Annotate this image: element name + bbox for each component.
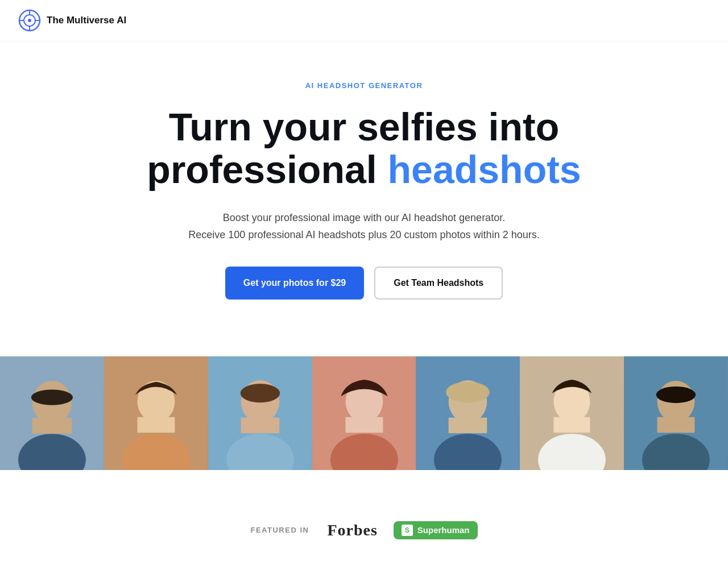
headshot-svg-4 [312, 356, 416, 470]
hero-title: Turn your selfies into professional head… [131, 106, 597, 191]
svg-point-38 [656, 386, 696, 403]
svg-rect-15 [137, 417, 175, 433]
svg-rect-19 [241, 418, 279, 433]
get-photos-button[interactable]: Get your photos for $29 [225, 267, 364, 300]
hero-subtitle: Boost your professional image with our A… [131, 209, 597, 244]
logo-icon [18, 9, 41, 32]
headshot-svg-2 [104, 356, 208, 470]
headshot-svg-6 [520, 356, 624, 470]
gallery-item [104, 356, 208, 470]
headshot-photo-3 [208, 356, 312, 470]
superhuman-badge: S Superhuman [394, 521, 478, 539]
featured-logos: Forbes S Superhuman [327, 521, 477, 539]
hero-title-line2: professional [147, 148, 387, 191]
superhuman-label: Superhuman [417, 525, 470, 535]
get-team-headshots-button[interactable]: Get Team Headshots [374, 267, 503, 300]
hero-subtitle-line2: Receive 100 professional AI headshots pl… [188, 229, 539, 240]
logo[interactable]: The Multiverse AI [18, 9, 126, 32]
svg-rect-10 [32, 418, 72, 434]
hero-title-highlight: headshots [388, 148, 581, 191]
cta-group: Get your photos for $29 Get Team Headsho… [131, 267, 597, 300]
svg-point-20 [240, 384, 279, 403]
headshot-svg-3 [208, 356, 312, 470]
headshot-photo-2 [104, 356, 208, 470]
svg-rect-33 [554, 417, 590, 433]
headshot-photo-5 [416, 356, 520, 470]
hero-title-line1: Turn your selfies into [169, 105, 559, 148]
featured-section: FEATURED IN Forbes S Superhuman [0, 504, 728, 573]
headshot-photo-6 [520, 356, 624, 470]
logo-text: The Multiverse AI [47, 15, 126, 26]
svg-rect-37 [657, 417, 695, 433]
eyebrow-label: AI HEADSHOT GENERATOR [131, 81, 597, 90]
svg-rect-24 [345, 417, 383, 433]
forbes-logo: Forbes [327, 521, 377, 539]
svg-rect-28 [449, 418, 487, 433]
headshot-photo-4 [312, 356, 416, 470]
headshot-svg-7 [624, 356, 728, 470]
gallery-item [208, 356, 312, 470]
svg-point-11 [31, 390, 73, 405]
svg-point-29 [446, 382, 490, 403]
featured-label: FEATURED IN [250, 526, 309, 534]
gallery-item [312, 356, 416, 470]
headshot-svg-5 [416, 356, 520, 470]
gallery-item [0, 356, 104, 470]
bottom-spacer [0, 573, 728, 582]
hero-section: AI HEADSHOT GENERATOR Turn your selfies … [108, 41, 620, 356]
gallery-item [416, 356, 520, 470]
headshot-gallery [0, 356, 728, 470]
superhuman-icon: S [402, 525, 413, 536]
svg-point-2 [28, 19, 31, 22]
headshot-photo-1 [0, 356, 104, 470]
headshot-photo-7 [624, 356, 728, 470]
hero-subtitle-line1: Boost your professional image with our A… [223, 212, 505, 223]
headshot-svg-1 [0, 356, 104, 470]
gallery-item [624, 356, 728, 470]
gallery-item [520, 356, 624, 470]
navbar: The Multiverse AI [0, 0, 728, 41]
